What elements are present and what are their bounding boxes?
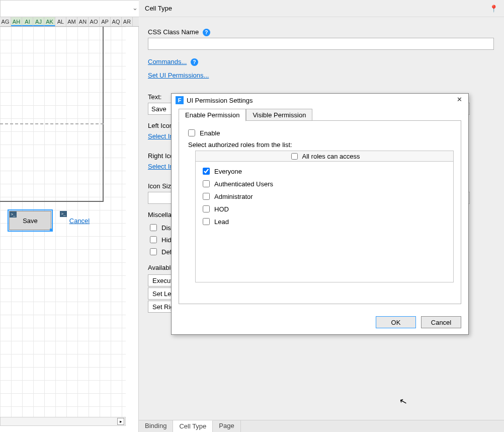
- css-class-input[interactable]: [148, 38, 494, 50]
- misc-checkbox[interactable]: [150, 248, 157, 255]
- help-icon[interactable]: ?: [203, 29, 210, 36]
- column-header[interactable]: AN: [77, 17, 89, 26]
- column-header[interactable]: AL: [55, 17, 66, 26]
- role-row[interactable]: Lead: [201, 217, 448, 227]
- role-checkbox[interactable]: [203, 205, 210, 212]
- set-ui-permissions-link[interactable]: Set UI Permissions...: [148, 71, 209, 79]
- spreadsheet-grid[interactable]: Save Cancel: [0, 27, 126, 417]
- ok-button[interactable]: OK: [376, 316, 416, 328]
- column-header[interactable]: AP: [100, 17, 111, 26]
- command-icon: [60, 211, 67, 217]
- column-header[interactable]: AO: [89, 17, 100, 26]
- column-header[interactable]: AH: [11, 17, 22, 26]
- roles-list: EveryoneAuthenticated UsersAdministrator…: [195, 162, 454, 282]
- properties-pane-title: Cell Type: [145, 5, 172, 12]
- column-header[interactable]: AM: [66, 17, 77, 26]
- app-icon: F: [176, 96, 184, 104]
- misc-checkbox[interactable]: [150, 236, 157, 243]
- dialog-title: UI Permission Settings: [187, 97, 253, 104]
- role-row[interactable]: HOD: [201, 204, 448, 214]
- designer-left-pane: ⌄ AGAHAIAJAKALAMANAOAPAQAR Save Cancel ▸: [0, 0, 139, 432]
- properties-bottom-tabs: BindingCell TypePage: [139, 420, 504, 432]
- role-label: Administrator: [214, 193, 253, 200]
- dialog-titlebar[interactable]: F UI Permission Settings ✕: [172, 94, 468, 107]
- formula-dropdown-icon[interactable]: ⌄: [130, 4, 139, 14]
- cancel-cell-link[interactable]: Cancel: [69, 217, 90, 225]
- all-roles-label: All roles can access: [302, 153, 360, 160]
- column-header[interactable]: AJ: [33, 17, 44, 26]
- cancel-button[interactable]: Cancel: [421, 316, 461, 328]
- role-label: Authenticated Users: [214, 180, 273, 188]
- scroll-right-arrow-icon[interactable]: ▸: [117, 418, 124, 425]
- close-icon[interactable]: ✕: [454, 95, 464, 105]
- column-header[interactable]: AR: [122, 17, 133, 26]
- horizontal-scrollbar[interactable]: ▸: [0, 417, 126, 426]
- misc-checkbox[interactable]: [150, 224, 157, 231]
- column-header[interactable]: AI: [22, 17, 33, 26]
- dialog-buttons: OK Cancel: [376, 316, 461, 328]
- role-row[interactable]: Administrator: [201, 191, 448, 201]
- role-checkbox[interactable]: [203, 168, 210, 175]
- dialog-tab[interactable]: Visible Permission: [246, 109, 312, 121]
- role-label: Lead: [214, 218, 229, 226]
- properties-pane-header: Cell Type 📍: [139, 0, 504, 17]
- ui-permission-dialog: F UI Permission Settings ✕ Enable Permis…: [171, 93, 469, 335]
- command-icon: [10, 211, 17, 218]
- role-label: Everyone: [214, 168, 242, 175]
- formula-bar[interactable]: ⌄: [0, 0, 142, 17]
- role-checkbox[interactable]: [203, 193, 210, 200]
- bottom-tab[interactable]: Binding: [139, 420, 173, 432]
- css-class-field: CSS Class Name ?: [148, 28, 495, 50]
- dialog-tab[interactable]: Enable Permission: [179, 109, 246, 121]
- enable-checkbox[interactable]: [188, 129, 195, 136]
- save-cell-label: Save: [23, 217, 38, 225]
- column-header[interactable]: AK: [44, 17, 55, 26]
- all-roles-header[interactable]: All roles can access: [195, 151, 454, 162]
- section-divider: [0, 123, 104, 124]
- enable-checkbox-row[interactable]: Enable: [186, 128, 454, 138]
- dialog-tabs: Enable PermissionVisible Permission: [179, 109, 312, 121]
- left-icon-label: Left Icon: [148, 122, 173, 129]
- cancel-cell-button[interactable]: Cancel: [60, 211, 95, 230]
- role-row[interactable]: Authenticated Users: [201, 179, 448, 189]
- column-headers: AGAHAIAJAKALAMANAOAPAQAR: [0, 17, 139, 27]
- role-label: HOD: [214, 205, 229, 213]
- text-label: Text:: [148, 93, 161, 101]
- commands-link[interactable]: Commands...: [148, 58, 187, 65]
- all-roles-checkbox[interactable]: [291, 153, 298, 160]
- enable-checkbox-label: Enable: [200, 129, 220, 137]
- available-label: Available: [148, 264, 175, 271]
- bottom-tab[interactable]: Cell Type: [173, 420, 213, 432]
- css-class-label: CSS Class Name: [148, 28, 199, 36]
- dialog-panel: Enable Select authorized roles from the …: [179, 120, 461, 304]
- pin-icon[interactable]: 📍: [489, 5, 498, 13]
- save-cell-button[interactable]: Save: [9, 211, 51, 230]
- roles-prompt: Select authorized roles from the list:: [188, 141, 454, 149]
- role-row[interactable]: Everyone: [201, 166, 448, 176]
- frozen-pane-border: [0, 27, 104, 202]
- role-checkbox[interactable]: [203, 180, 210, 187]
- bottom-tab[interactable]: Page: [213, 420, 240, 432]
- column-header[interactable]: AQ: [111, 17, 122, 26]
- help-icon[interactable]: ?: [191, 58, 198, 66]
- column-header[interactable]: AG: [0, 17, 11, 26]
- role-checkbox[interactable]: [203, 218, 210, 225]
